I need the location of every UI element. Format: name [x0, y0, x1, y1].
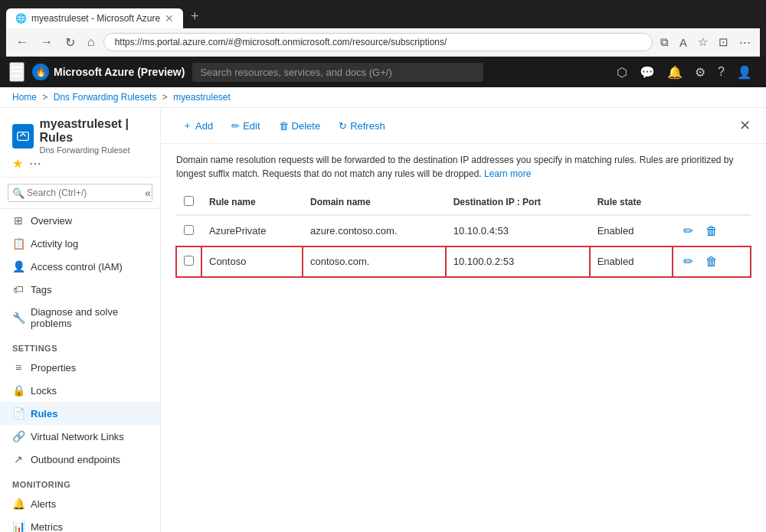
home-button[interactable]: ⌂ — [83, 34, 99, 51]
sidebar-item-properties[interactable]: ≡ Properties — [0, 356, 160, 379]
sidebar-item-locks-label: Locks — [31, 385, 57, 397]
sidebar-item-tags[interactable]: 🏷 Tags — [0, 278, 160, 301]
dest-ip-port-header: Destination IP : Port — [446, 190, 590, 215]
notifications-btn[interactable]: 🔔 — [663, 62, 687, 83]
cloud-shell-btn[interactable]: ⬡ — [612, 62, 632, 83]
rule-state-header: Rule state — [590, 190, 673, 215]
ellipsis-icon[interactable]: ⋯ — [29, 156, 41, 171]
sidebar-item-tags-label: Tags — [31, 284, 51, 295]
azure-topbar: ☰ 🔥 Microsoft Azure (Preview) ⬡ 💬 🔔 ⚙ ? … — [0, 57, 766, 87]
sidebar-search-icon: 🔍 — [12, 188, 25, 199]
azure-logo: 🔥 Microsoft Azure (Preview) — [32, 64, 185, 80]
help-btn[interactable]: ? — [713, 62, 729, 82]
row-actions-1: ✏ 🗑 — [680, 222, 743, 240]
azure-logo-icon: 🔥 — [32, 64, 49, 80]
delete-button[interactable]: 🗑 Delete — [273, 117, 327, 135]
feedback-btn[interactable]: 💬 — [635, 62, 660, 83]
row-checkbox-cell-2 — [176, 246, 201, 277]
extensions-btn[interactable]: ⧉ — [657, 34, 672, 51]
edit-row-1-button[interactable]: ✏ — [680, 222, 696, 240]
favorites-btn[interactable]: ☆ — [695, 34, 711, 51]
resource-subtitle: Dns Forwarding Ruleset — [40, 145, 148, 155]
row-actions-cell-1: ✏ 🗑 — [673, 215, 751, 246]
settings-btn[interactable]: ⚙ — [690, 62, 710, 83]
diagnose-icon: 🔧 — [12, 312, 25, 324]
star-icon[interactable]: ★ — [12, 156, 23, 171]
rule-name-cell-1: AzurePrivate — [201, 215, 303, 246]
address-bar[interactable]: https://ms.portal.azure.com/#@microsoft.… — [103, 33, 653, 51]
refresh-button[interactable]: ↻ — [61, 34, 79, 51]
row-checkbox-1[interactable] — [184, 225, 194, 235]
tags-icon: 🏷 — [12, 283, 25, 295]
resource-name: myeastruleset | Rules — [40, 117, 148, 145]
sidebar-item-diagnose[interactable]: 🔧 Diagnose and solve problems — [0, 301, 160, 335]
sidebar-item-diagnose-label: Diagnose and solve problems — [31, 306, 148, 329]
sidebar-item-overview[interactable]: ⊞ Overview — [0, 209, 160, 232]
sidebar-resource-header: myeastruleset | Rules Dns Forwarding Rul… — [0, 108, 160, 178]
browser-tabs: 🌐 myeastruleset - Microsoft Azure ✕ + — [6, 5, 760, 28]
access-control-icon: 👤 — [12, 260, 25, 273]
sidebar-collapse-btn[interactable]: « — [145, 187, 151, 199]
edit-button[interactable]: ✏ Edit — [225, 117, 266, 135]
delete-row-2-button[interactable]: 🗑 — [702, 253, 721, 270]
sidebar-item-locks[interactable]: 🔒 Locks — [0, 379, 160, 402]
overview-icon: ⊞ — [12, 214, 25, 227]
sidebar-item-activity-log[interactable]: 📋 Activity log — [0, 232, 160, 255]
add-button[interactable]: ＋ Add — [176, 116, 219, 135]
rule-state-cell-1: Enabled — [590, 215, 673, 246]
profile-avatar-btn[interactable]: 👤 — [732, 62, 757, 83]
azure-logo-text: Microsoft Azure (Preview) — [54, 66, 185, 78]
edit-row-2-button[interactable]: ✏ — [680, 253, 696, 270]
browser-chrome: 🌐 myeastruleset - Microsoft Azure ✕ + ← … — [0, 0, 766, 57]
collections-btn[interactable]: ⊡ — [715, 34, 732, 51]
azure-search-input[interactable] — [192, 63, 483, 82]
select-all-header — [176, 190, 201, 215]
rule-name-header: Rule name — [201, 190, 303, 215]
edit-icon: ✏ — [231, 120, 240, 132]
sidebar-item-rules[interactable]: 📄 Rules — [0, 402, 160, 425]
sidebar-item-alerts[interactable]: 🔔 Alerts — [0, 492, 160, 515]
new-tab-button[interactable]: + — [185, 5, 205, 28]
breadcrumb-current[interactable]: myeastruleset — [173, 92, 231, 103]
sidebar-item-properties-label: Properties — [31, 362, 76, 374]
dest-ip-port-cell-2: 10.100.0.2:53 — [446, 246, 590, 277]
table-header: Rule name Domain name Destination IP : P… — [176, 190, 751, 215]
breadcrumb-dns-forwarding[interactable]: Dns Forwarding Rulesets — [54, 92, 157, 103]
breadcrumb-home[interactable]: Home — [12, 92, 37, 103]
learn-more-link[interactable]: Learn more — [484, 168, 531, 179]
rule-state-cell-2: Enabled — [590, 246, 673, 277]
sidebar-item-access-control[interactable]: 👤 Access control (IAM) — [0, 255, 160, 278]
hamburger-menu[interactable]: ☰ — [9, 62, 25, 82]
alerts-icon: 🔔 — [12, 498, 25, 510]
resource-name-block: myeastruleset | Rules Dns Forwarding Rul… — [40, 117, 148, 155]
select-all-checkbox[interactable] — [184, 196, 194, 206]
rules-table: Rule name Domain name Destination IP : P… — [176, 190, 751, 277]
row-checkbox-2[interactable] — [184, 256, 194, 266]
tab-favicon: 🌐 — [15, 13, 27, 24]
sidebar-item-outbound-endpoints[interactable]: ↗ Outbound endpoints — [0, 448, 160, 471]
domain-name-header: Domain name — [303, 190, 446, 215]
settings-section-label: Settings — [0, 335, 160, 356]
active-tab: 🌐 myeastruleset - Microsoft Azure ✕ — [6, 8, 183, 28]
sidebar-search-input[interactable] — [8, 184, 152, 202]
sidebar-item-metrics[interactable]: 📊 Metrics — [0, 515, 160, 532]
sidebar-item-outbound-endpoints-label: Outbound endpoints — [31, 454, 120, 465]
locks-icon: 🔒 — [12, 384, 25, 397]
refresh-button-content[interactable]: ↻ Refresh — [332, 117, 391, 135]
outbound-endpoints-icon: ↗ — [12, 453, 25, 465]
delete-icon: 🗑 — [279, 120, 289, 132]
actions-header — [673, 190, 751, 215]
tab-close-btn[interactable]: ✕ — [165, 12, 174, 24]
delete-row-1-button[interactable]: 🗑 — [702, 223, 721, 240]
table-row: Contoso contoso.com. 10.100.0.2:53 Enabl… — [176, 246, 751, 277]
more-btn[interactable]: ⋯ — [736, 34, 754, 51]
sidebar-item-overview-label: Overview — [31, 215, 72, 227]
refresh-icon: ↻ — [339, 120, 347, 132]
sidebar-item-metrics-label: Metrics — [31, 521, 63, 533]
close-button[interactable]: ✕ — [739, 117, 751, 134]
sidebar-item-virtual-network-links[interactable]: 🔗 Virtual Network Links — [0, 425, 160, 448]
back-button[interactable]: ← — [12, 34, 32, 51]
forward-button[interactable]: → — [37, 34, 57, 51]
profile-btn[interactable]: A — [676, 34, 690, 51]
metrics-icon: 📊 — [12, 521, 25, 532]
